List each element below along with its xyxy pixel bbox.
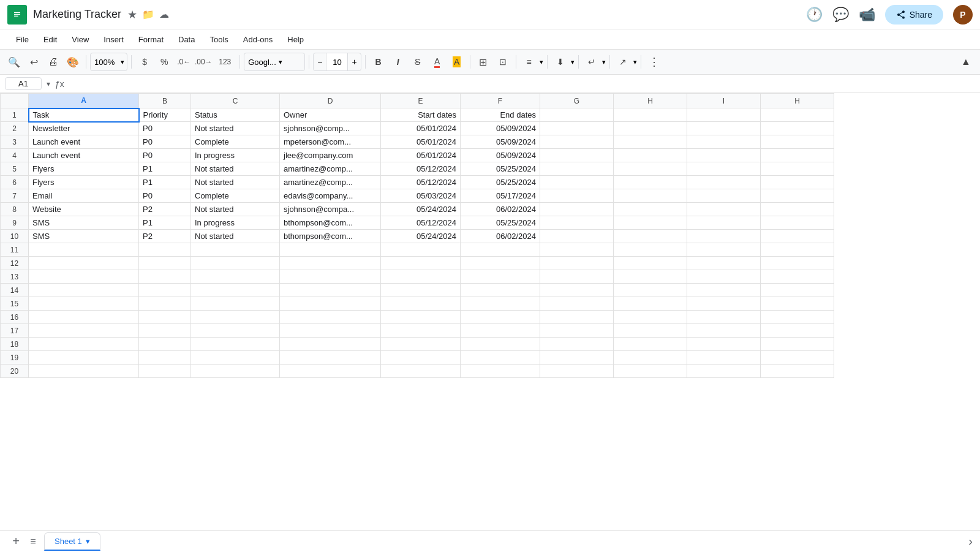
merge-cells-btn[interactable]: ⊡ [494,53,512,71]
cell[interactable]: 05/24/2024 [381,203,461,216]
cell[interactable] [540,122,614,135]
cell[interactable] [614,149,687,162]
cell[interactable]: P0 [139,189,191,203]
vertical-align-btn[interactable]: ⬇ [551,53,570,71]
zoom-control[interactable]: 100% ▾ [90,53,127,71]
cell[interactable] [280,284,381,297]
cell[interactable] [540,351,614,365]
folder-icon[interactable]: 📁 [142,9,154,20]
col-header-c[interactable]: C [191,94,280,108]
currency-btn[interactable]: $ [135,53,154,71]
menu-data[interactable]: Data [172,32,201,47]
row-header[interactable]: 13 [1,270,29,284]
cell[interactable] [29,257,139,270]
cell[interactable] [139,365,191,378]
cell[interactable]: bthompson@com... [280,230,381,243]
cell[interactable] [687,230,761,243]
row-header[interactable]: 14 [1,284,29,297]
cell[interactable] [280,257,381,270]
cell[interactable]: amartinez@comp... [280,176,381,189]
cell[interactable] [29,324,139,338]
cell[interactable]: P0 [139,122,191,135]
font-select[interactable]: Googl... ▾ [244,53,305,71]
cell[interactable]: 05/17/2024 [461,189,540,203]
row-header[interactable]: 3 [1,135,29,149]
cell[interactable] [191,324,280,338]
cell[interactable]: Start dates [381,108,461,122]
bold-btn[interactable]: B [369,53,388,71]
cell[interactable] [139,324,191,338]
increase-decimal-btn[interactable]: .00→ [194,53,213,71]
highlight-color-btn[interactable]: A [448,53,466,71]
search-toolbar-btn[interactable]: 🔍 [5,53,23,71]
cell[interactable] [191,338,280,351]
cell[interactable] [381,338,461,351]
cell[interactable] [29,284,139,297]
row-header[interactable]: 15 [1,297,29,311]
cell[interactable] [687,243,761,257]
cell[interactable] [540,257,614,270]
format-123-btn[interactable]: 123 [214,53,236,71]
cell[interactable] [540,149,614,162]
cell[interactable]: 06/02/2024 [461,203,540,216]
cell[interactable] [461,365,540,378]
cell[interactable] [191,311,280,324]
cell[interactable] [191,351,280,365]
cell[interactable] [761,338,834,351]
cell[interactable]: P0 [139,135,191,149]
menu-tools[interactable]: Tools [203,32,234,47]
cell[interactable] [139,257,191,270]
cell[interactable] [761,176,834,189]
cell[interactable] [614,311,687,324]
cell[interactable] [761,122,834,135]
wrap-text-btn[interactable]: ↵ [582,53,601,71]
cell[interactable] [761,243,834,257]
col-header-j[interactable]: H [761,94,834,108]
cell[interactable] [280,311,381,324]
cell[interactable] [614,189,687,203]
cloud-icon[interactable]: ☁ [159,9,169,20]
cell[interactable] [381,284,461,297]
rotate-btn[interactable]: ↗ [614,53,632,71]
cell[interactable] [461,311,540,324]
cell[interactable]: Not started [191,162,280,176]
cell[interactable] [461,243,540,257]
menu-addons[interactable]: Add-ons [237,32,279,47]
cell[interactable]: mpeterson@com... [280,135,381,149]
cell[interactable]: sjohnson@comp... [280,122,381,135]
cell[interactable] [29,338,139,351]
increase-font-btn[interactable]: + [348,57,360,67]
row-header[interactable]: 17 [1,324,29,338]
cell[interactable] [381,324,461,338]
menu-edit[interactable]: Edit [37,32,63,47]
cell[interactable] [761,189,834,203]
cell[interactable] [540,270,614,284]
cell[interactable]: 05/25/2024 [461,162,540,176]
cell[interactable]: amartinez@comp... [280,162,381,176]
cell[interactable]: Launch event [29,135,139,149]
cell[interactable] [540,324,614,338]
menu-insert[interactable]: Insert [97,32,130,47]
cell[interactable] [687,270,761,284]
cell[interactable] [540,176,614,189]
cell[interactable]: Not started [191,203,280,216]
cell[interactable]: End dates [461,108,540,122]
cell[interactable] [761,297,834,311]
comment-icon[interactable]: 💬 [832,7,849,23]
row-header[interactable]: 18 [1,338,29,351]
cell[interactable]: bthompson@com... [280,216,381,230]
strikethrough-btn[interactable]: S [409,53,427,71]
cell[interactable]: P2 [139,203,191,216]
col-header-f[interactable]: F [461,94,540,108]
cell[interactable] [687,324,761,338]
cell[interactable]: 06/02/2024 [461,230,540,243]
valign-dropdown-icon[interactable]: ▾ [571,58,575,66]
cell[interactable] [280,365,381,378]
cell[interactable]: Email [29,189,139,203]
cell[interactable] [280,324,381,338]
cell[interactable] [191,243,280,257]
row-header[interactable]: 7 [1,189,29,203]
cell[interactable]: 05/09/2024 [461,135,540,149]
cell[interactable] [614,270,687,284]
cell[interactable] [540,365,614,378]
